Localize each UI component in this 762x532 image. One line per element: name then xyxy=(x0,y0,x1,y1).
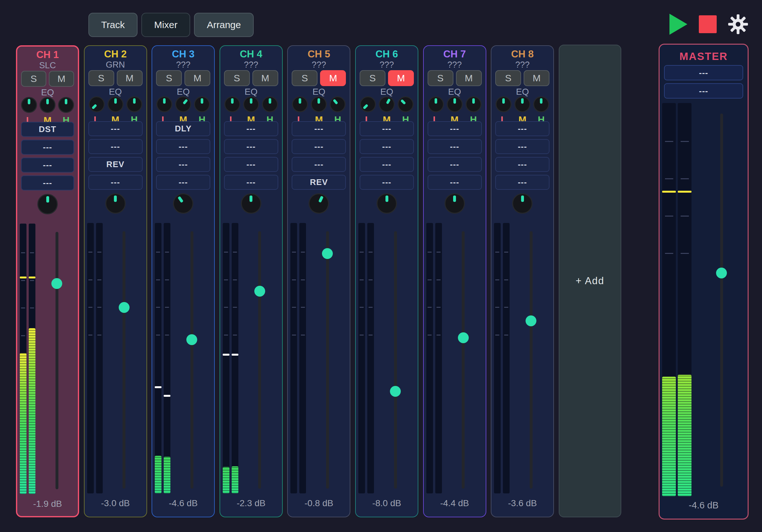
solo-button[interactable]: S xyxy=(156,70,182,86)
fader-handle[interactable] xyxy=(322,248,333,259)
solo-button[interactable]: S xyxy=(21,71,46,87)
insert-slot[interactable]: REV xyxy=(292,175,346,190)
fader-handle[interactable] xyxy=(51,278,62,289)
eq-knob[interactable] xyxy=(156,96,172,112)
insert-slot[interactable]: --- xyxy=(495,175,550,190)
insert-slot[interactable]: --- xyxy=(21,140,74,155)
insert-slot[interactable]: --- xyxy=(360,121,414,136)
mute-button[interactable]: M xyxy=(320,70,346,86)
eq-knob[interactable] xyxy=(172,93,194,115)
eq-knob[interactable] xyxy=(514,96,530,112)
mute-button[interactable]: M xyxy=(388,70,414,86)
eq-knob[interactable] xyxy=(466,96,482,112)
mute-button[interactable]: M xyxy=(524,70,550,86)
mute-button[interactable]: M xyxy=(253,70,278,86)
fader-handle[interactable] xyxy=(187,334,197,345)
master-strip[interactable]: MASTER ------ -4.6 dB xyxy=(658,44,749,519)
CH 8[interactable]: CH 8 ??? S M EQ L xyxy=(491,45,554,517)
solo-button[interactable]: S xyxy=(427,70,453,86)
solo-button[interactable]: S xyxy=(88,70,114,86)
mute-button[interactable]: M xyxy=(49,71,74,87)
stop-button[interactable] xyxy=(699,15,717,33)
pan-knob[interactable] xyxy=(241,193,261,214)
fader-handle[interactable] xyxy=(254,286,265,297)
insert-slot[interactable]: --- xyxy=(156,139,210,154)
insert-slot[interactable]: --- xyxy=(360,175,414,190)
insert-slot[interactable]: --- xyxy=(21,175,74,190)
tab-arrange[interactable]: Arrange xyxy=(194,13,254,37)
insert-slot[interactable]: --- xyxy=(495,139,550,154)
volume-fader[interactable] xyxy=(317,231,338,489)
eq-knob[interactable] xyxy=(58,97,74,113)
eq-knob[interactable] xyxy=(194,96,210,112)
tab-track[interactable]: Track xyxy=(88,13,137,37)
volume-fader[interactable] xyxy=(385,231,406,489)
pan-knob[interactable] xyxy=(377,193,397,214)
eq-knob[interactable] xyxy=(85,93,108,116)
eq-knob[interactable] xyxy=(533,96,549,112)
pan-knob[interactable] xyxy=(305,190,333,217)
pan-knob[interactable] xyxy=(444,193,465,214)
eq-knob[interactable] xyxy=(311,96,327,112)
eq-knob[interactable] xyxy=(394,93,417,116)
insert-slot[interactable]: DLY xyxy=(156,121,210,136)
eq-knob[interactable] xyxy=(327,93,349,115)
fader-handle[interactable] xyxy=(458,332,469,343)
eq-knob[interactable] xyxy=(243,96,259,112)
fader-handle[interactable] xyxy=(119,302,129,313)
mute-button[interactable]: M xyxy=(117,70,143,86)
eq-knob[interactable] xyxy=(126,96,142,112)
insert-slot[interactable]: --- xyxy=(88,121,143,136)
insert-slot[interactable]: --- xyxy=(495,157,550,172)
insert-slot[interactable]: --- xyxy=(292,139,346,154)
eq-knob[interactable] xyxy=(39,97,55,113)
insert-slot[interactable]: --- xyxy=(427,157,482,172)
insert-slot[interactable]: --- xyxy=(360,157,414,172)
volume-fader[interactable] xyxy=(452,231,474,489)
solo-button[interactable]: S xyxy=(224,70,250,86)
solo-button[interactable]: S xyxy=(360,70,385,86)
eq-knob[interactable] xyxy=(357,93,379,116)
fader-handle[interactable] xyxy=(716,268,727,279)
insert-slot[interactable]: --- xyxy=(664,83,743,99)
mute-button[interactable]: M xyxy=(185,70,210,86)
insert-slot[interactable]: --- xyxy=(427,175,482,190)
fader-handle[interactable] xyxy=(526,315,536,326)
volume-fader[interactable] xyxy=(46,232,68,489)
pan-knob[interactable] xyxy=(105,193,126,214)
mute-button[interactable]: M xyxy=(456,70,482,86)
eq-knob[interactable] xyxy=(224,96,240,112)
CH 1[interactable]: CH 1 SLC S M EQ L xyxy=(16,45,79,517)
CH 6[interactable]: CH 6 ??? S M EQ L xyxy=(355,45,418,517)
play-button[interactable] xyxy=(669,14,687,35)
insert-slot[interactable]: --- xyxy=(224,139,278,154)
insert-slot[interactable]: REV xyxy=(88,157,143,172)
eq-knob[interactable] xyxy=(447,96,463,112)
CH 7[interactable]: CH 7 ??? S M EQ L xyxy=(423,45,486,517)
eq-knob[interactable] xyxy=(292,96,308,112)
CH 5[interactable]: CH 5 ??? S M EQ L xyxy=(287,45,350,517)
insert-slot[interactable]: --- xyxy=(224,157,278,172)
tab-mixer[interactable]: Mixer xyxy=(141,13,190,37)
fader-handle[interactable] xyxy=(390,386,401,397)
insert-slot[interactable]: --- xyxy=(664,65,743,80)
CH 3[interactable]: CH 3 ??? S M EQ L xyxy=(152,45,215,517)
solo-button[interactable]: S xyxy=(292,70,318,86)
eq-knob[interactable] xyxy=(262,96,278,112)
insert-slot[interactable]: --- xyxy=(224,175,278,190)
insert-slot[interactable]: --- xyxy=(292,121,346,136)
volume-fader[interactable] xyxy=(520,231,542,489)
solo-button[interactable]: S xyxy=(495,70,521,86)
insert-slot[interactable]: --- xyxy=(88,175,143,190)
insert-slot[interactable]: --- xyxy=(21,158,74,172)
insert-slot[interactable]: --- xyxy=(427,121,482,136)
insert-slot[interactable]: --- xyxy=(156,175,210,190)
CH 2[interactable]: CH 2 GRN S M EQ L xyxy=(84,45,147,517)
insert-slot[interactable]: DST xyxy=(21,122,74,137)
settings-button[interactable] xyxy=(728,14,748,34)
insert-slot[interactable]: --- xyxy=(292,157,346,172)
insert-slot[interactable]: --- xyxy=(360,139,414,154)
eq-knob[interactable] xyxy=(376,94,398,115)
pan-knob[interactable] xyxy=(169,189,197,218)
volume-fader[interactable] xyxy=(249,231,270,489)
